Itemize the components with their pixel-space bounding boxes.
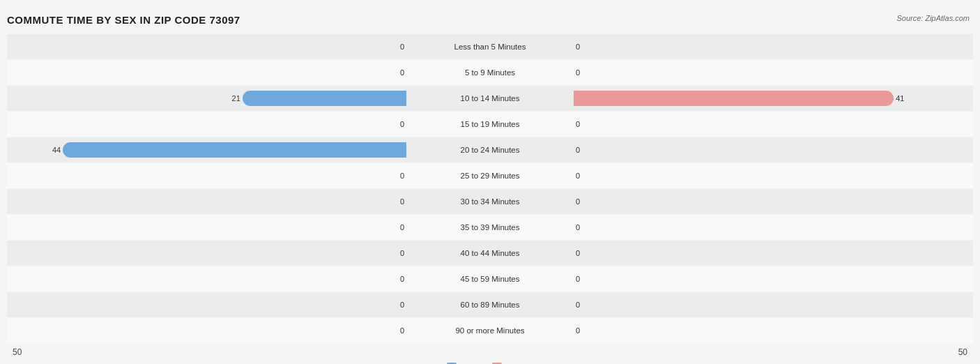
male-value: 44 <box>46 146 63 154</box>
bar-row: 0Less than 5 Minutes0 <box>7 34 973 59</box>
row-label: 10 to 14 Minutes <box>406 94 574 103</box>
row-label: 60 to 89 Minutes <box>406 301 574 309</box>
male-value: 0 <box>390 120 406 128</box>
row-label: 45 to 59 Minutes <box>406 275 574 283</box>
male-value: 0 <box>390 249 406 257</box>
left-half: 0 <box>7 189 406 214</box>
female-value: 0 <box>574 301 590 309</box>
right-half: 0 <box>574 163 973 188</box>
left-half: 0 <box>7 292 406 317</box>
bar-row: 2110 to 14 Minutes41 <box>7 86 973 111</box>
right-half: 0 <box>574 292 973 317</box>
left-half: 44 <box>7 137 406 162</box>
bar-row: 035 to 39 Minutes0 <box>7 215 973 240</box>
male-value: 0 <box>390 301 406 309</box>
bar-row: 025 to 29 Minutes0 <box>7 163 973 188</box>
female-value: 0 <box>574 249 590 257</box>
right-half: 0 <box>574 34 973 59</box>
right-half: 41 <box>574 86 973 111</box>
axis-right: 50 <box>490 347 973 357</box>
right-half: 0 <box>574 241 973 266</box>
female-value: 0 <box>574 68 590 77</box>
right-half: 0 <box>574 318 973 343</box>
male-value: 0 <box>390 172 406 180</box>
chart-container: COMMUTE TIME BY SEX IN ZIP CODE 73097 So… <box>0 0 980 364</box>
bar-row: 05 to 9 Minutes0 <box>7 60 973 85</box>
row-label: Less than 5 Minutes <box>406 43 574 51</box>
chart-title: COMMUTE TIME BY SEX IN ZIP CODE 73097 <box>7 14 973 26</box>
female-value: 41 <box>894 94 910 103</box>
female-value: 0 <box>574 146 590 154</box>
left-half: 0 <box>7 163 406 188</box>
female-value: 0 <box>574 120 590 128</box>
right-half: 0 <box>574 266 973 291</box>
chart-area: 0Less than 5 Minutes005 to 9 Minutes0211… <box>7 34 973 343</box>
male-value: 0 <box>390 68 406 77</box>
row-label: 15 to 19 Minutes <box>406 120 574 128</box>
left-half: 0 <box>7 112 406 137</box>
male-bar <box>63 142 406 158</box>
female-bar <box>574 91 894 106</box>
left-half: 21 <box>7 86 406 111</box>
row-label: 25 to 29 Minutes <box>406 172 574 180</box>
right-half: 0 <box>574 112 973 137</box>
source-label: Source: ZipAtlas.com <box>896 14 970 22</box>
bar-row: 015 to 19 Minutes0 <box>7 112 973 137</box>
bar-row: 040 to 44 Minutes0 <box>7 241 973 266</box>
male-value: 0 <box>390 223 406 232</box>
left-half: 0 <box>7 60 406 85</box>
male-bar <box>243 91 406 106</box>
male-value: 0 <box>390 197 406 206</box>
row-label: 35 to 39 Minutes <box>406 223 574 232</box>
female-value: 0 <box>574 223 590 232</box>
male-value: 0 <box>390 43 406 51</box>
female-value: 0 <box>574 275 590 283</box>
left-half: 0 <box>7 266 406 291</box>
left-half: 0 <box>7 215 406 240</box>
left-half: 0 <box>7 241 406 266</box>
female-value: 0 <box>574 197 590 206</box>
axis-row: 50 50 <box>7 347 973 357</box>
right-half: 0 <box>574 137 973 162</box>
row-label: 40 to 44 Minutes <box>406 249 574 257</box>
bar-row: 090 or more Minutes0 <box>7 318 973 343</box>
row-label: 20 to 24 Minutes <box>406 146 574 154</box>
row-label: 90 or more Minutes <box>406 326 574 335</box>
bar-row: 060 to 89 Minutes0 <box>7 292 973 317</box>
male-value: 0 <box>390 326 406 335</box>
row-label: 30 to 34 Minutes <box>406 197 574 206</box>
row-label: 5 to 9 Minutes <box>406 68 574 77</box>
bar-row: 045 to 59 Minutes0 <box>7 266 973 291</box>
female-value: 0 <box>574 326 590 335</box>
axis-left: 50 <box>7 347 490 357</box>
right-half: 0 <box>574 215 973 240</box>
left-half: 0 <box>7 34 406 59</box>
left-half: 0 <box>7 318 406 343</box>
male-value: 0 <box>390 275 406 283</box>
female-value: 0 <box>574 43 590 51</box>
bar-row: 030 to 34 Minutes0 <box>7 189 973 214</box>
female-value: 0 <box>574 172 590 180</box>
right-half: 0 <box>574 189 973 214</box>
bar-row: 4420 to 24 Minutes0 <box>7 137 973 162</box>
right-half: 0 <box>574 60 973 85</box>
male-value: 21 <box>226 94 243 103</box>
